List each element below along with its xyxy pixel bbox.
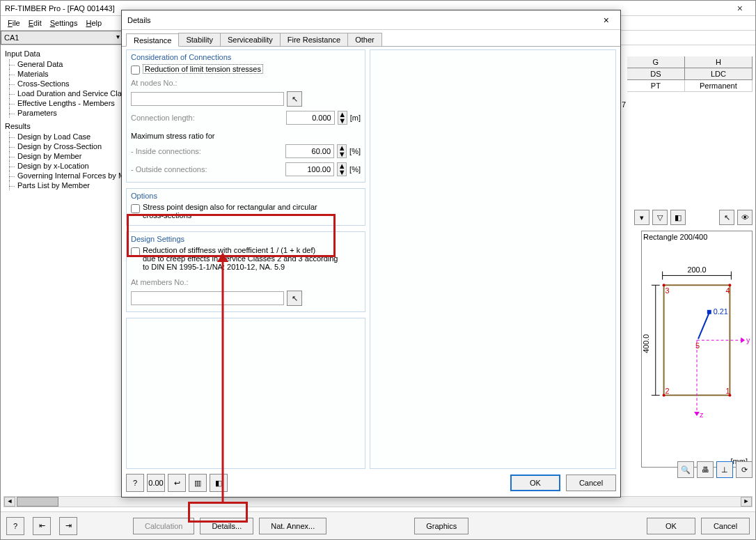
dlg-units-icon[interactable]: 0.00 [147, 474, 165, 492]
unit-m: [m] [350, 114, 361, 122]
input-inside-conn[interactable] [285, 144, 334, 158]
tree-group-results: Results [3, 121, 125, 132]
pick-nodes-icon[interactable]: ↖ [287, 91, 302, 107]
cross-section-preview: Rectangle 200/400 200.0 400.0 3 4 2 1 y … [641, 231, 753, 468]
dlg-cancel-button[interactable]: Cancel [566, 475, 616, 491]
tree-item-materials[interactable]: Materials [3, 69, 125, 79]
details-dialog: Details × Resistance Stability Serviceab… [121, 10, 621, 497]
palette-icon[interactable]: ◧ [670, 210, 686, 225]
print-icon[interactable]: 🖶 [697, 461, 714, 478]
filter-icon[interactable]: ▽ [652, 210, 668, 225]
scroll-left-icon[interactable]: ◄ [4, 497, 15, 507]
navigation-tree: Input Data General Data Materials Cross-… [3, 48, 125, 484]
tree-item-parameters[interactable]: Parameters [3, 108, 125, 118]
col-subheader-ds: DS [627, 68, 685, 79]
tree-item-design-member[interactable]: Design by Member [3, 151, 125, 161]
tree-item-cross-sections[interactable]: Cross-Sections [3, 79, 125, 88]
menu-settings[interactable]: Settings [47, 17, 81, 29]
svg-point-10 [728, 394, 731, 396]
tree-item-load-duration[interactable]: Load Duration and Service Clas [3, 88, 125, 98]
help-icon[interactable]: ? [6, 517, 24, 535]
prev-module-icon[interactable]: ⇤ [33, 517, 51, 535]
tree-item-parts-list[interactable]: Parts List by Member [3, 180, 125, 190]
main-cancel-button[interactable]: Cancel [701, 518, 750, 534]
tab-serviceability[interactable]: Serviceability [220, 33, 281, 46]
case-select-value: CA1 [4, 33, 19, 42]
menu-help[interactable]: Help [83, 17, 104, 29]
main-ok-button[interactable]: OK [647, 518, 695, 534]
dlg-tool3-icon[interactable]: ◧ [210, 474, 228, 492]
tab-fire-resistance[interactable]: Fire Resistance [280, 33, 348, 46]
window-title: RF-TIMBER Pro - [FAQ 001443] [5, 4, 115, 13]
chk-stress-point-design-label: Stress point design also for rectangular… [143, 203, 338, 219]
horizontal-scrollbar[interactable]: ◄ ► [3, 496, 753, 507]
tab-other[interactable]: Other [347, 33, 382, 46]
axes-toggle-icon[interactable]: ⊥ [716, 461, 733, 478]
dialog-tabs: Resistance Stability Serviceability Fire… [122, 30, 620, 47]
lbl-max-stress: Maximum stress ratio for [131, 132, 214, 140]
col-header-g: G [627, 56, 685, 68]
details-button[interactable]: Details... [200, 518, 253, 534]
menu-file[interactable]: File [5, 17, 23, 29]
eye-icon[interactable]: 👁 [737, 210, 753, 225]
tree-item-effective-lengths[interactable]: Effective Lengths - Members [3, 98, 125, 108]
spin-conn-length[interactable]: ▲▼ [338, 111, 347, 125]
col-header-h: H [685, 56, 753, 68]
tree-item-general-data[interactable]: General Data [3, 59, 125, 69]
dlg-help-icon[interactable]: ? [126, 474, 144, 492]
lbl-inside-conn: - Inside connections: [131, 147, 235, 155]
tree-item-design-load-case[interactable]: Design by Load Case [3, 132, 125, 141]
dlg-tool1-icon[interactable]: ↩ [168, 474, 186, 492]
chk-reduction-tension[interactable] [131, 65, 140, 75]
pick-members-icon[interactable]: ↖ [287, 291, 302, 306]
ratio-label: 0.21 [714, 307, 728, 316]
spin-inside-conn[interactable]: ▲▼ [337, 144, 347, 158]
tree-item-design-x-location[interactable]: Design by x-Location [3, 161, 125, 171]
dim-width: 200.0 [687, 265, 706, 274]
axis-y-label: y [746, 336, 750, 344]
case-select[interactable]: CA1 [1, 31, 123, 45]
tree-item-governing-forces[interactable]: Governing Internal Forces by M [3, 171, 125, 180]
group-connections-title: Consideration of Connections [131, 53, 361, 61]
cell-ldc[interactable]: Permanent [685, 80, 753, 91]
lbl-outside-conn: - Outside connections: [131, 165, 235, 173]
dlg-tool2-icon[interactable]: ▥ [189, 474, 207, 492]
cell-ds[interactable]: PT [627, 80, 685, 91]
unit-pct-1: [%] [349, 147, 361, 155]
scroll-right-icon[interactable]: ► [741, 497, 752, 507]
node-4-label: 4 [725, 286, 730, 295]
graphics-button[interactable]: Graphics [414, 518, 468, 534]
input-outside-conn[interactable] [285, 162, 334, 176]
zoom-icon[interactable]: 🔍 [677, 461, 694, 478]
nat-annex-button[interactable]: Nat. Annex... [259, 518, 326, 534]
dialog-close-icon[interactable]: × [598, 15, 615, 26]
menu-edit[interactable]: Edit [26, 17, 45, 29]
input-at-members[interactable] [131, 291, 284, 305]
group-options: Options Stress point design also for rec… [126, 188, 365, 226]
scroll-thumb[interactable] [17, 497, 58, 507]
calculation-button[interactable]: Calculation [133, 518, 194, 534]
tree-item-design-cross-section[interactable]: Design by Cross-Section [3, 141, 125, 151]
pick-icon[interactable]: ↖ [719, 210, 734, 225]
tree-group-input: Input Data [3, 48, 125, 59]
svg-point-8 [728, 284, 731, 286]
group-design-settings-title: Design Settings [131, 235, 361, 243]
lbl-at-nodes: At nodes No.: [131, 79, 235, 87]
svg-line-15 [698, 313, 709, 339]
tab-stability[interactable]: Stability [178, 33, 221, 46]
dlg-ok-button[interactable]: OK [510, 475, 560, 491]
chk-reduction-stiffness[interactable] [131, 247, 140, 256]
group-connections: Consideration of Connections Reduction o… [126, 49, 365, 183]
settings-icon[interactable]: ⟳ [736, 461, 753, 478]
main-footer: ? ⇤ ⇥ Calculation Details... Nat. Annex.… [1, 511, 755, 539]
next-module-icon[interactable]: ⇥ [59, 517, 77, 535]
col-subheader-ldc: LDC [685, 68, 753, 79]
spin-outside-conn[interactable]: ▲▼ [337, 162, 347, 176]
dropdown-icon[interactable]: ▾ [634, 210, 649, 225]
svg-marker-12 [741, 337, 745, 343]
window-close-icon[interactable]: × [729, 3, 751, 14]
tab-resistance[interactable]: Resistance [126, 33, 179, 47]
input-conn-length[interactable] [286, 111, 335, 125]
input-at-nodes[interactable] [131, 92, 284, 106]
chk-stress-point-design[interactable] [131, 204, 140, 213]
